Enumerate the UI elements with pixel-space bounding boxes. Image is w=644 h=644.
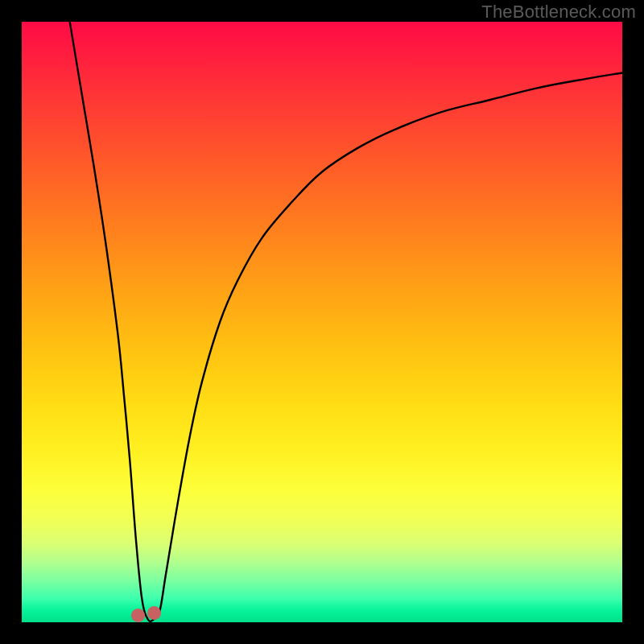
chart-frame: TheBottleneck.com (0, 0, 644, 644)
min-marker-left (131, 609, 145, 622)
plot-area (22, 22, 622, 622)
bottleneck-curve (22, 22, 622, 622)
min-marker-right (147, 606, 161, 620)
watermark-text: TheBottleneck.com (481, 2, 636, 23)
